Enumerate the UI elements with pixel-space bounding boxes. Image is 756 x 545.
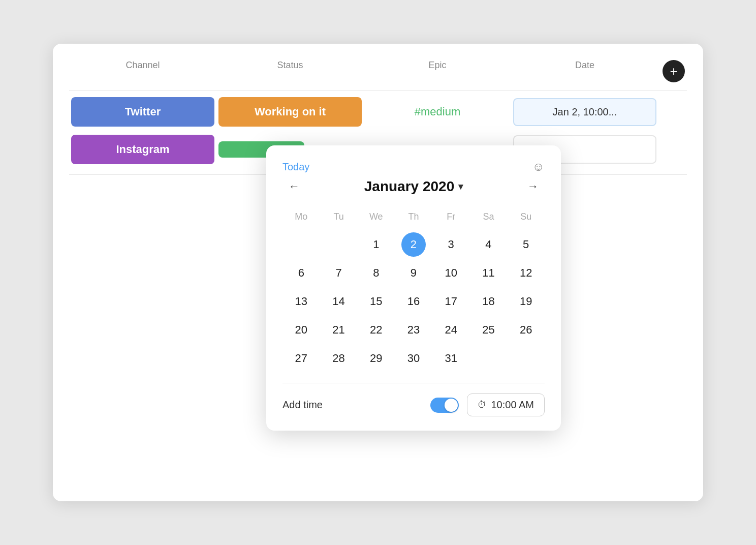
calendar-popup: Today ☺ ← January 2020 ▾ → MoTuWeThFrSaS… — [266, 145, 561, 431]
clock-icon: ⏱ — [478, 400, 487, 410]
calendar-day-11[interactable]: 11 — [476, 261, 500, 285]
smiley-icon[interactable]: ☺ — [532, 160, 545, 174]
calendar-day-24[interactable]: 24 — [439, 318, 463, 342]
calendar-empty-day — [327, 232, 351, 257]
calendar-divider — [282, 383, 545, 383]
table-header: Channel Status Epic Date + — [69, 60, 687, 91]
day-header-mo: Mo — [282, 207, 320, 230]
calendar-day-29[interactable]: 29 — [364, 346, 388, 371]
day-header-tu: Tu — [320, 207, 358, 230]
date-badge-twitter[interactable]: Jan 2, 10:00... — [513, 98, 656, 126]
calendar-day-18[interactable]: 18 — [476, 289, 500, 314]
today-button[interactable]: Today — [282, 161, 309, 173]
calendar-day-30[interactable]: 30 — [401, 346, 426, 371]
calendar-day-2[interactable]: 2 — [401, 232, 426, 257]
channel-cell-twitter: Twitter — [69, 95, 216, 129]
calendar-top-row: Today ☺ — [282, 160, 545, 174]
calendar-day-15[interactable]: 15 — [364, 289, 388, 314]
add-time-toggle[interactable] — [430, 398, 459, 413]
date-cell-twitter: Jan 2, 10:00... — [511, 96, 658, 128]
calendar-day-22[interactable]: 22 — [364, 318, 388, 342]
header-channel: Channel — [69, 60, 216, 82]
calendar-grid: MoTuWeThFrSaSu12345678910111213141516171… — [282, 207, 545, 373]
calendar-empty-day — [514, 346, 538, 371]
day-header-th: Th — [395, 207, 432, 230]
calendar-day-4[interactable]: 4 — [476, 232, 500, 257]
calendar-day-9[interactable]: 9 — [401, 261, 426, 285]
calendar-day-7[interactable]: 7 — [327, 261, 351, 285]
time-picker-button[interactable]: ⏱ 10:00 AM — [467, 393, 545, 416]
add-time-row: Add time ⏱ 10:00 AM — [282, 393, 545, 416]
time-value: 10:00 AM — [491, 399, 534, 411]
table-row: Twitter Working on it #medium Jan 2, 10:… — [69, 95, 687, 129]
calendar-empty-day — [476, 346, 500, 371]
month-title[interactable]: January 2020 ▾ — [364, 178, 463, 195]
calendar-day-16[interactable]: 16 — [401, 289, 426, 314]
channel-cell-instagram: Instagram — [69, 133, 216, 166]
header-status: Status — [216, 60, 364, 82]
prev-month-button[interactable]: ← — [282, 178, 306, 195]
calendar-day-14[interactable]: 14 — [327, 289, 351, 314]
add-time-label: Add time — [282, 399, 323, 411]
day-header-fr: Fr — [432, 207, 470, 230]
calendar-day-28[interactable]: 28 — [327, 346, 351, 371]
calendar-day-31[interactable]: 31 — [439, 346, 463, 371]
epic-cell-twitter[interactable]: #medium — [364, 103, 511, 120]
calendar-day-23[interactable]: 23 — [401, 318, 426, 342]
header-epic: Epic — [364, 60, 511, 82]
calendar-day-17[interactable]: 17 — [439, 289, 463, 314]
header-date: Date — [511, 60, 658, 82]
calendar-day-10[interactable]: 10 — [439, 261, 463, 285]
channel-badge-instagram[interactable]: Instagram — [71, 135, 214, 164]
calendar-day-1[interactable]: 1 — [364, 232, 388, 257]
calendar-nav: ← January 2020 ▾ → — [282, 178, 545, 195]
next-month-button[interactable]: → — [521, 178, 545, 195]
day-header-sa: Sa — [470, 207, 508, 230]
calendar-day-19[interactable]: 19 — [514, 289, 538, 314]
calendar-day-12[interactable]: 12 — [514, 261, 538, 285]
add-column-button[interactable]: + — [658, 60, 689, 82]
calendar-day-3[interactable]: 3 — [439, 232, 463, 257]
time-controls: ⏱ 10:00 AM — [430, 393, 545, 416]
calendar-day-8[interactable]: 8 — [364, 261, 388, 285]
month-dropdown-icon: ▾ — [458, 181, 463, 192]
calendar-day-21[interactable]: 21 — [327, 318, 351, 342]
calendar-day-20[interactable]: 20 — [289, 318, 313, 342]
day-header-we: We — [357, 207, 395, 230]
calendar-day-25[interactable]: 25 — [476, 318, 500, 342]
calendar-day-27[interactable]: 27 — [289, 346, 313, 371]
status-cell-twitter: Working on it — [216, 95, 364, 129]
toggle-knob — [445, 399, 458, 412]
add-icon[interactable]: + — [663, 60, 685, 82]
calendar-day-5[interactable]: 5 — [514, 232, 538, 257]
calendar-empty-day — [289, 232, 313, 257]
calendar-day-6[interactable]: 6 — [289, 261, 313, 285]
month-title-text: January 2020 — [364, 178, 454, 195]
status-badge-working[interactable]: Working on it — [218, 97, 362, 127]
app-container: Channel Status Epic Date + Twitter Worki… — [53, 44, 703, 501]
channel-badge-twitter[interactable]: Twitter — [71, 97, 214, 127]
day-header-su: Su — [507, 207, 545, 230]
calendar-day-13[interactable]: 13 — [289, 289, 313, 314]
calendar-day-26[interactable]: 26 — [514, 318, 538, 342]
